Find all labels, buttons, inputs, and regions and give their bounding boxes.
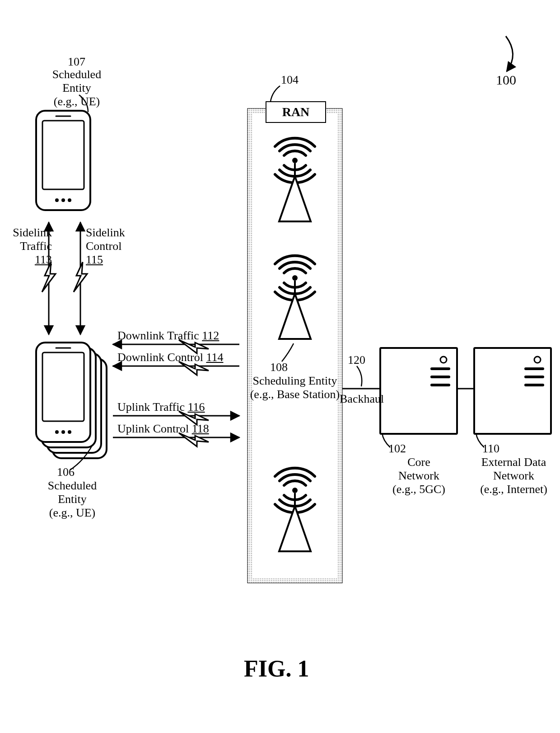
figure-title: FIG. 1 <box>244 655 309 682</box>
sidelink-control-arrows <box>74 222 87 334</box>
diagram-canvas: 100 107 Scheduled Entity (e.g., UE) Side… <box>0 0 560 733</box>
core-network-icon <box>380 348 457 434</box>
ran-sched-label: Scheduling Entity (e.g., Base Station) <box>247 374 342 401</box>
ref-102: 102 <box>388 442 406 456</box>
core-label: Core Network (e.g., 5GC) <box>382 456 456 496</box>
sidelink-traffic-label: Sidelink Traffic 113 <box>7 226 52 267</box>
ue107-label: Scheduled Entity (e.g., UE) <box>38 68 115 108</box>
ref-106: 106 <box>57 465 75 479</box>
ue107-line1: Scheduled <box>52 68 101 81</box>
ue-107-icon <box>36 111 90 210</box>
ue107-line3: (e.g., UE) <box>54 95 100 108</box>
ref-120: 120 <box>348 353 365 367</box>
ue107-line2: Entity <box>62 81 91 94</box>
extnet-label: External Data Network (e.g., Internet) <box>472 456 555 496</box>
ref-107: 107 <box>68 55 85 69</box>
ref-110: 110 <box>482 442 499 456</box>
ref-104: 104 <box>281 73 299 87</box>
ul-control-label: Uplink Control 118 <box>117 422 209 436</box>
ul-traffic-label: Uplink Traffic 116 <box>117 400 205 414</box>
dl-traffic-label: Downlink Traffic 112 <box>117 329 219 343</box>
ue106-label: Scheduled Entity (e.g., UE) <box>34 479 111 520</box>
dl-control-label: Downlink Control 114 <box>117 351 224 364</box>
ref-108: 108 <box>270 361 288 374</box>
ref-100: 100 <box>496 72 516 88</box>
external-network-icon <box>474 348 551 434</box>
ran-title: RAN <box>266 101 326 123</box>
ue-106-icon <box>36 343 107 458</box>
sidelink-control-label: Sidelink Control 115 <box>86 226 131 267</box>
backhaul-label: Backhaul <box>340 392 384 406</box>
